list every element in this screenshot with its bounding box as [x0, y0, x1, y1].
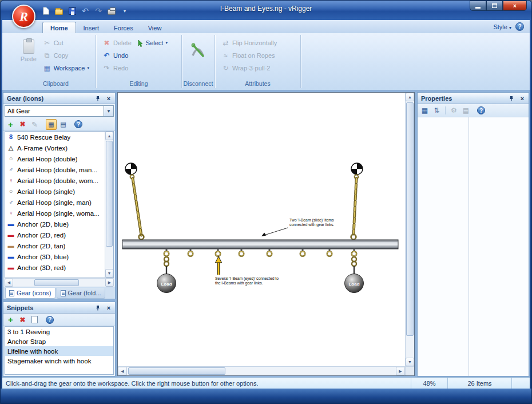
- close-panel-button[interactable]: ×: [105, 304, 113, 312]
- scroll-left-icon[interactable]: ◀: [118, 367, 127, 375]
- scroll-down-icon[interactable]: ▼: [406, 358, 414, 366]
- scrollbar-thumb[interactable]: [406, 102, 414, 336]
- categorized-view-button[interactable]: ▦: [419, 105, 430, 116]
- close-panel-button[interactable]: ×: [105, 94, 113, 102]
- list-item[interactable]: ▬Anchor (2D, tan): [5, 240, 113, 251]
- list-item[interactable]: ▬Anchor (3D, blue): [5, 251, 113, 262]
- gear-list-horizontal-scrollbar[interactable]: ◀ ▶: [5, 278, 114, 287]
- zoom-level[interactable]: 48%: [411, 378, 447, 389]
- disconnect-button[interactable]: [185, 37, 211, 60]
- tab-home[interactable]: Home: [42, 22, 76, 33]
- scroll-right-icon[interactable]: ▶: [396, 367, 405, 375]
- list-item[interactable]: ♀Aerial Hoop (single, woma...: [5, 208, 113, 219]
- list-item[interactable]: ○Aerial Hoop (double): [5, 153, 113, 164]
- list-item[interactable]: 3 to 1 Reeving: [5, 327, 113, 336]
- redo-button[interactable]: ↷: [93, 6, 104, 16]
- scroll-right-icon[interactable]: ▶: [105, 279, 114, 287]
- list-item[interactable]: △A-Frame (Vortex): [5, 142, 113, 153]
- undo-button[interactable]: ↶: [80, 6, 90, 16]
- pin-button[interactable]: [94, 304, 102, 312]
- gear-filter-dropdown[interactable]: All Gear ▼: [5, 105, 114, 117]
- list-item[interactable]: ♀Aerial Hoop (double, wom...: [5, 175, 113, 186]
- workspace-button[interactable]: ▦Workspace▾: [40, 62, 92, 74]
- properties-help-button[interactable]: ?: [477, 106, 485, 114]
- save-button[interactable]: [67, 6, 77, 16]
- new-file-button[interactable]: [41, 6, 51, 16]
- copy-button[interactable]: ⧉Copy: [40, 49, 92, 62]
- eye-bolts[interactable]: [164, 249, 356, 256]
- undo-menu-button[interactable]: ↶Undo: [100, 49, 178, 62]
- flip-horizontally-button[interactable]: ⇄Flip Horizontally: [219, 37, 297, 49]
- tab-insert[interactable]: Insert: [76, 22, 107, 33]
- paste-button[interactable]: Paste: [19, 37, 38, 74]
- redo-menu-button[interactable]: ↷Redo: [100, 62, 178, 74]
- settings-button[interactable]: ⚙: [448, 105, 459, 116]
- scroll-up-icon[interactable]: ▲: [406, 93, 414, 101]
- tab-gear-folders[interactable]: Gear (fold...: [57, 288, 105, 299]
- select-button[interactable]: Select▾: [134, 37, 170, 49]
- list-item[interactable]: Anchor Strap: [5, 336, 113, 346]
- gear-list-vertical-scrollbar[interactable]: ▲ ▼: [105, 132, 113, 278]
- list-item[interactable]: 8540 Rescue Belay: [5, 132, 113, 142]
- alphabetical-sort-button[interactable]: ⇅: [431, 105, 442, 116]
- canvas-vertical-scrollbar[interactable]: ▲ ▼: [405, 93, 414, 366]
- add-snippet-button[interactable]: +: [5, 314, 16, 325]
- edit-gear-button[interactable]: ✎: [29, 119, 40, 130]
- chain-left[interactable]: [133, 179, 141, 235]
- list-item[interactable]: ▬Anchor (2D, blue): [5, 219, 113, 229]
- minimize-button[interactable]: [470, 1, 486, 11]
- load-right[interactable]: Load: [345, 257, 364, 293]
- folder-view-toggle[interactable]: ▤: [58, 119, 69, 130]
- open-file-button[interactable]: [54, 6, 64, 16]
- tab-gear-icons[interactable]: Gear (icons): [5, 288, 55, 299]
- rigging-drawing[interactable]: Load Load Two 'I-Beam (slide)' it: [118, 93, 405, 366]
- load-left[interactable]: Load: [157, 257, 176, 293]
- chain-right[interactable]: [354, 179, 356, 235]
- delete-gear-button[interactable]: ✖: [17, 119, 28, 130]
- delete-snippet-button[interactable]: ✖: [17, 314, 28, 325]
- list-item[interactable]: Stagemaker winch with hook: [5, 356, 113, 366]
- anchor-left[interactable]: [125, 163, 137, 179]
- close-panel-button[interactable]: ×: [518, 94, 526, 102]
- tab-forces[interactable]: Forces: [106, 22, 141, 33]
- tab-view[interactable]: View: [141, 22, 169, 33]
- cut-button[interactable]: ✂Cut: [40, 37, 92, 49]
- float-on-ropes-button[interactable]: ≈Float on Ropes: [219, 49, 297, 62]
- i-beam[interactable]: [122, 240, 398, 249]
- property-grid[interactable]: [418, 117, 529, 376]
- maximize-button[interactable]: [486, 1, 503, 11]
- scrollbar-thumb[interactable]: [128, 367, 225, 375]
- close-button[interactable]: ×: [503, 1, 527, 11]
- new-snippet-button[interactable]: [29, 314, 40, 325]
- list-item[interactable]: ♂Aerial Hoop (double, man...: [5, 164, 113, 175]
- list-item[interactable]: ▬Anchor (3D, red): [5, 262, 113, 273]
- delete-button[interactable]: ✖Delete: [100, 37, 134, 49]
- resize-grip[interactable]: [511, 378, 530, 389]
- list-item[interactable]: ♂Aerial Hoop (single, man): [5, 197, 113, 208]
- wrap-3-pull-2-button[interactable]: ↻Wrap-3-pull-2: [219, 62, 297, 74]
- property-pages-button[interactable]: ▤: [460, 105, 471, 116]
- app-menu-logo[interactable]: R: [12, 5, 35, 28]
- maximize-icon: [492, 3, 497, 8]
- snippets-help-button[interactable]: ?: [46, 316, 54, 324]
- pin-button[interactable]: [94, 94, 102, 102]
- pin-button[interactable]: [507, 94, 515, 102]
- scroll-up-icon[interactable]: ▲: [105, 132, 113, 140]
- scroll-down-icon[interactable]: ▼: [105, 269, 113, 278]
- anchor-right[interactable]: [351, 163, 363, 179]
- add-gear-button[interactable]: +: [5, 119, 16, 130]
- style-menu-button[interactable]: Style ▾: [493, 23, 511, 30]
- help-button[interactable]: ?: [515, 22, 524, 31]
- list-item[interactable]: ○Aerial Hoop (single): [5, 186, 113, 197]
- list-item[interactable]: ▬Anchor (2D, red): [5, 229, 113, 240]
- list-item[interactable]: Lifeline with hook: [5, 346, 113, 356]
- scrollbar-thumb[interactable]: [34, 279, 79, 286]
- scrollbar-thumb[interactable]: [106, 141, 113, 247]
- canvas-horizontal-scrollbar[interactable]: ◀ ▶: [118, 366, 405, 375]
- print-button[interactable]: [106, 6, 117, 16]
- icon-view-toggle[interactable]: ▦: [46, 119, 57, 130]
- scroll-left-icon[interactable]: ◀: [5, 279, 13, 287]
- qat-customize-button[interactable]: ▾: [120, 6, 130, 16]
- workspace-canvas[interactable]: Load Load Two 'I-Beam (slide)' it: [117, 92, 415, 376]
- gear-help-button[interactable]: ?: [74, 120, 82, 128]
